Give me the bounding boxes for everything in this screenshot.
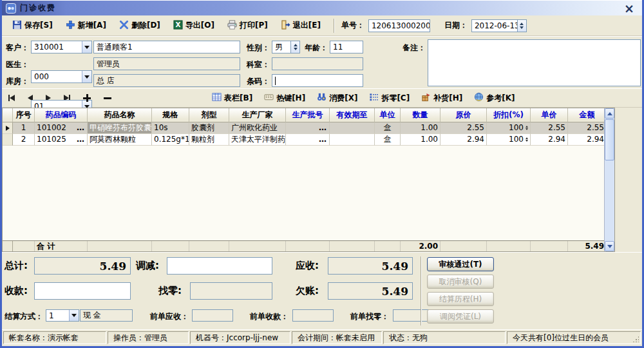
cell-qty[interactable]: 1.00 bbox=[401, 122, 440, 134]
change-label: 找零: bbox=[158, 285, 182, 297]
date-spinner-icon[interactable] bbox=[517, 20, 526, 32]
chevron-down-icon[interactable] bbox=[69, 310, 79, 321]
nav-delete-icon[interactable] bbox=[104, 93, 111, 102]
ellipsis-button[interactable]: … bbox=[319, 134, 327, 145]
cell-spec[interactable]: 0.125g*12 bbox=[152, 134, 189, 146]
gender-field[interactable]: 男 bbox=[272, 41, 300, 53]
header-code[interactable]: 药品编码 bbox=[35, 108, 88, 122]
restock-button[interactable]: 补货[H] bbox=[421, 92, 462, 104]
cell-expiry[interactable] bbox=[330, 134, 375, 146]
cell-expiry[interactable] bbox=[330, 122, 375, 134]
cell-maker[interactable]: 天津太平洋制药 bbox=[229, 134, 286, 146]
header-qty[interactable]: 数量 bbox=[401, 108, 440, 122]
cell-code[interactable]: 101025… bbox=[35, 134, 88, 146]
cell-price[interactable]: 2.55 bbox=[440, 122, 487, 134]
customer-code-combo[interactable]: 310001 bbox=[31, 41, 92, 53]
scroll-up-icon[interactable] bbox=[605, 108, 614, 119]
cell-seq[interactable]: 1 bbox=[13, 122, 35, 134]
doctor-code-combo[interactable]: 000 bbox=[31, 70, 92, 83]
header-expiry[interactable]: 有效期至 bbox=[330, 108, 375, 122]
discount-spinner-icon[interactable] bbox=[526, 137, 528, 142]
cell-unit[interactable]: 盒 bbox=[375, 134, 401, 146]
cell-unit[interactable]: 盒 bbox=[375, 122, 401, 134]
date-field[interactable]: 2012-06-13 bbox=[471, 19, 527, 32]
cell-form[interactable]: 胶囊剂 bbox=[189, 122, 229, 134]
header-unit[interactable]: 单位 bbox=[375, 108, 401, 122]
cell-discount[interactable]: 100 bbox=[487, 134, 531, 146]
columns-label: 表栏[B] bbox=[224, 93, 252, 104]
header-maker[interactable]: 生产厂家 bbox=[229, 108, 286, 122]
export-button[interactable]: X 导出[O] bbox=[167, 17, 221, 35]
discount-spinner-icon[interactable] bbox=[526, 126, 528, 130]
cell-qty[interactable]: 1.00 bbox=[401, 134, 440, 146]
remark-textarea[interactable] bbox=[428, 39, 641, 86]
total-qty: 2.00 bbox=[401, 241, 440, 251]
chevron-down-icon[interactable] bbox=[82, 41, 91, 53]
adjust-field[interactable] bbox=[167, 257, 272, 275]
vertical-scrollbar[interactable] bbox=[604, 108, 614, 251]
header-spec[interactable]: 规格 bbox=[152, 108, 189, 122]
cell-seq[interactable]: 2 bbox=[13, 134, 35, 146]
scroll-thumb[interactable] bbox=[605, 119, 614, 160]
print-button[interactable]: 打印[P] bbox=[221, 17, 274, 35]
keyboard-icon bbox=[264, 92, 274, 104]
header-discount[interactable]: 折扣(%) bbox=[487, 108, 531, 122]
cell-name[interactable]: 阿莫西林颗粒 bbox=[88, 134, 152, 146]
cell-code[interactable]: 101002… bbox=[35, 122, 88, 134]
cell-form[interactable]: 颗粒剂 bbox=[189, 134, 229, 146]
cell-amount[interactable]: 2.94 bbox=[568, 134, 607, 146]
cell-amount[interactable]: 2.55 bbox=[568, 122, 607, 134]
save-button[interactable]: 保存[S] bbox=[6, 17, 59, 35]
customer-name-field[interactable]: 普通顾客1 bbox=[93, 41, 240, 53]
header-unit-price[interactable]: 单价 bbox=[531, 108, 568, 122]
columns-button[interactable]: 表栏[B] bbox=[212, 92, 252, 104]
reference-button[interactable]: 参考[K] bbox=[474, 92, 515, 104]
consume-button[interactable]: 消费[X] bbox=[317, 92, 357, 104]
cell-unit-price[interactable]: 2.94 bbox=[531, 134, 568, 146]
cell-price[interactable]: 2.94 bbox=[440, 134, 487, 146]
split-button[interactable]: 拆零[C] bbox=[369, 92, 410, 104]
cell-discount[interactable]: 100 bbox=[487, 122, 531, 134]
add-label: 新增[A] bbox=[78, 20, 106, 31]
resize-grip[interactable] bbox=[632, 336, 639, 342]
header-seq[interactable]: 序号 bbox=[13, 108, 35, 122]
add-button[interactable]: 新增[A] bbox=[59, 17, 113, 35]
cell-spec[interactable]: 10s bbox=[152, 122, 189, 134]
debt-field: 5.49 bbox=[328, 282, 413, 300]
header-batch[interactable]: 生产批号 bbox=[286, 108, 330, 122]
approve-button[interactable]: 审核通过(T) bbox=[427, 257, 494, 271]
nav-insert-icon[interactable] bbox=[83, 93, 91, 102]
delete-button[interactable]: 删除[D] bbox=[113, 17, 167, 35]
exit-button[interactable]: 退出[E] bbox=[274, 17, 327, 35]
header-name[interactable]: 药品名称 bbox=[88, 108, 152, 122]
cell-batch[interactable]: … bbox=[286, 134, 330, 146]
age-field[interactable]: 11 bbox=[330, 41, 363, 53]
bill-no-field[interactable]: 120613000200001 bbox=[368, 19, 430, 32]
ellipsis-button[interactable]: … bbox=[77, 134, 85, 145]
scroll-down-icon[interactable] bbox=[605, 241, 614, 251]
current-row-arrow-icon bbox=[6, 126, 10, 131]
row-indicator bbox=[3, 122, 13, 134]
hotkey-button[interactable]: 热键[H] bbox=[264, 92, 305, 104]
nav-first-icon[interactable] bbox=[8, 93, 15, 102]
cell-maker[interactable]: 广州欧化药业 bbox=[229, 122, 286, 134]
close-icon[interactable]: × bbox=[621, 3, 637, 14]
ellipsis-button[interactable]: … bbox=[77, 122, 85, 133]
cell-unit-price[interactable]: 2.55 bbox=[531, 122, 568, 134]
package-icon bbox=[421, 92, 431, 104]
header-price[interactable]: 原价 bbox=[440, 108, 487, 122]
gender-spinner-icon[interactable] bbox=[290, 41, 299, 53]
cell-batch[interactable]: … bbox=[286, 122, 330, 134]
received-field[interactable] bbox=[34, 282, 131, 300]
table-row[interactable]: 1 101002… 甲硝唑芬布芬胶囊 (牙周 10s 胶囊剂 广州欧化药业 … … bbox=[3, 122, 614, 134]
chevron-down-icon[interactable] bbox=[82, 71, 91, 82]
table-row[interactable]: 2 101025… 阿莫西林颗粒 0.125g*12 颗粒剂 天津太平洋制药 …… bbox=[3, 134, 614, 146]
settle-mode-combo[interactable]: 1 bbox=[46, 309, 79, 322]
title-bar[interactable]: 门诊收费 × bbox=[2, 0, 642, 15]
header-amount[interactable]: 金额 bbox=[568, 108, 607, 122]
ellipsis-button[interactable]: … bbox=[319, 122, 327, 133]
cell-name[interactable]: 甲硝唑芬布芬胶囊 (牙周 bbox=[88, 122, 152, 134]
barcode-field[interactable] bbox=[272, 74, 363, 87]
header-form[interactable]: 剂型 bbox=[189, 108, 229, 122]
customer-label: 客户： bbox=[5, 43, 29, 53]
